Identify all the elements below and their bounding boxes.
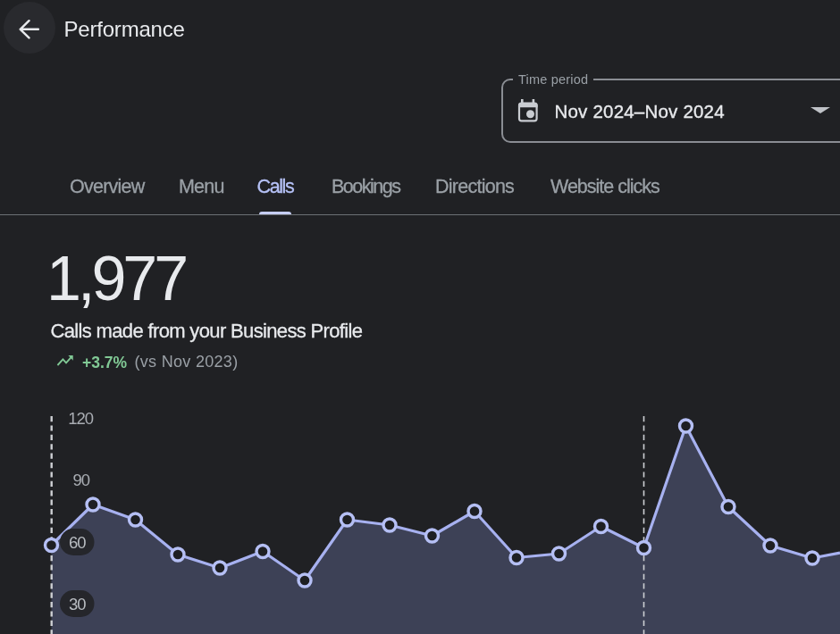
svg-text:60: 60 [69,533,86,552]
svg-text:120: 120 [68,409,94,428]
svg-text:30: 30 [69,595,86,613]
svg-text:90: 90 [72,471,89,489]
